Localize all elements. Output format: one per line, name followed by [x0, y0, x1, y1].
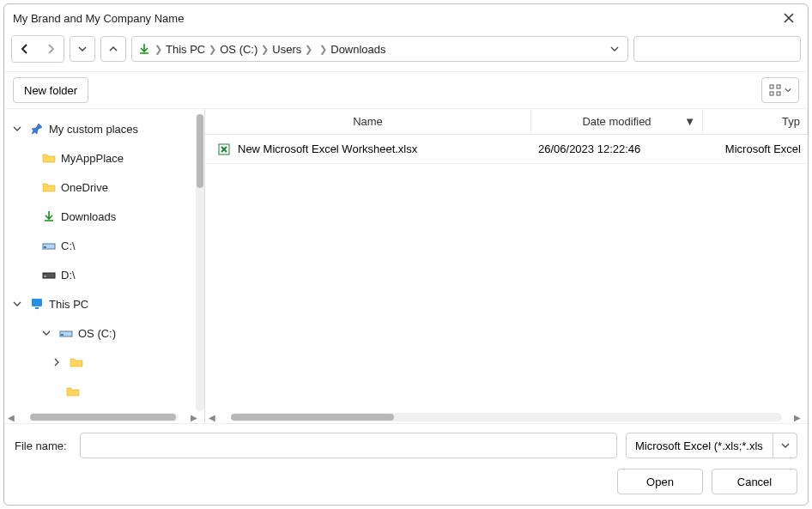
up-button[interactable]	[100, 36, 126, 62]
grid-view-icon	[769, 84, 781, 96]
expand-icon[interactable]	[52, 358, 64, 367]
svg-rect-2	[770, 92, 773, 95]
chevron-right-icon: ❯	[155, 44, 162, 55]
crumb-os-c[interactable]: OS (C:)	[220, 43, 258, 56]
button-row: Open Cancel	[15, 469, 797, 494]
svg-rect-1	[777, 85, 780, 88]
file-dialog-window: My Brand and My Company Name ❯ This PC ❯…	[3, 3, 809, 506]
scrollbar-thumb[interactable]	[30, 414, 176, 421]
file-date: 26/06/2023 12:22:46	[531, 142, 703, 155]
monitor-icon	[30, 297, 44, 311]
tree-label: MyAppPlace	[61, 152, 124, 165]
tree-label: OneDrive	[61, 181, 108, 194]
svg-rect-3	[777, 92, 780, 95]
grid-header: Name Date modified ▼ Typ	[205, 109, 808, 135]
recent-dropdown-button[interactable]	[70, 36, 95, 62]
tree-label: OS (C:)	[78, 327, 116, 340]
download-icon	[42, 209, 56, 223]
new-folder-button[interactable]: New folder	[13, 77, 88, 103]
dialog-body: My custom places MyAppPlace OneDrive Dow…	[4, 109, 808, 423]
file-type: Microsoft Excel	[703, 142, 808, 155]
cancel-button[interactable]: Cancel	[712, 469, 797, 494]
collapse-icon[interactable]	[13, 300, 25, 308]
scroll-right-icon[interactable]: ▶	[794, 413, 804, 422]
tree-node-downloads[interactable]: Downloads	[4, 202, 204, 231]
crumb-downloads[interactable]: Downloads	[330, 43, 385, 56]
tree-node-child[interactable]	[4, 348, 204, 377]
scrollbar-thumb[interactable]	[231, 414, 394, 421]
chevron-down-icon	[785, 87, 791, 94]
folder-icon	[42, 180, 56, 194]
chevron-right-icon: ❯	[209, 44, 216, 55]
chevron-right-icon: ❯	[305, 44, 312, 55]
window-title: My Brand and My Company Name	[13, 12, 184, 25]
tree-node-custom-places[interactable]: My custom places	[4, 114, 204, 143]
crumb-this-pc[interactable]: This PC	[166, 43, 205, 56]
tree-node-d-drive[interactable]: D:\	[4, 260, 204, 289]
sidebar-scrollbar-vertical[interactable]	[196, 114, 204, 411]
tree-label: Downloads	[61, 210, 116, 223]
download-icon	[137, 42, 151, 56]
titlebar: My Brand and My Company Name	[4, 4, 808, 33]
svg-rect-5	[44, 246, 46, 248]
svg-rect-7	[44, 276, 46, 277]
breadcrumb[interactable]: ❯ This PC ❯ OS (C:) ❯ Users ❯ ❯ Download…	[131, 36, 628, 62]
nav-row: ❯ This PC ❯ OS (C:) ❯ Users ❯ ❯ Download…	[4, 33, 808, 71]
tree-node-c-drive[interactable]: C:\	[4, 231, 204, 260]
file-row[interactable]: New Microsoft Excel Worksheet.xlsx 26/06…	[205, 135, 808, 164]
tree-label: D:\	[61, 269, 76, 282]
drive-icon	[59, 326, 73, 340]
scroll-left-icon[interactable]: ◀	[8, 413, 18, 422]
collapse-icon[interactable]	[13, 124, 25, 133]
scroll-left-icon[interactable]: ◀	[209, 413, 219, 422]
folder-icon	[42, 151, 56, 165]
folder-icon	[70, 355, 83, 369]
scrollbar-thumb[interactable]	[197, 114, 203, 188]
column-header-type[interactable]: Typ	[703, 109, 808, 134]
filename-row: File name: Microsoft Excel (*.xls;*.xls	[15, 433, 797, 458]
svg-rect-9	[35, 307, 39, 309]
chevron-right-icon: ❯	[261, 44, 269, 55]
drive-icon	[42, 239, 56, 252]
search-input[interactable]	[633, 36, 801, 62]
main-scrollbar-horizontal[interactable]: ◀ ▶	[205, 411, 808, 423]
drive-icon	[42, 268, 56, 282]
open-button[interactable]: Open	[617, 469, 703, 494]
tree-label: C:\	[61, 239, 76, 252]
folder-tree: My custom places MyAppPlace OneDrive Dow…	[4, 109, 204, 411]
tree-label: My custom places	[49, 123, 138, 136]
breadcrumb-dropdown[interactable]	[607, 45, 622, 53]
crumb-users[interactable]: Users	[272, 43, 301, 56]
column-header-date[interactable]: Date modified ▼	[531, 109, 703, 134]
tree-label: This PC	[49, 298, 88, 311]
filename-label: File name:	[15, 439, 71, 452]
pin-icon	[30, 122, 44, 136]
toolbar: New folder	[4, 71, 808, 109]
sort-desc-icon: ▼	[684, 115, 695, 128]
sidebar-scrollbar-horizontal[interactable]: ◀ ▶	[4, 411, 204, 423]
dialog-footer: File name: Microsoft Excel (*.xls;*.xls …	[4, 423, 808, 505]
svg-rect-0	[770, 85, 773, 88]
svg-rect-8	[32, 299, 42, 306]
tree-node-this-pc[interactable]: This PC	[4, 289, 204, 318]
nav-back-forward	[11, 35, 64, 63]
file-type-combo[interactable]: Microsoft Excel (*.xls;*.xls	[626, 433, 797, 458]
excel-file-icon	[217, 142, 231, 156]
close-button[interactable]	[777, 8, 801, 28]
folder-icon	[66, 385, 80, 398]
chevron-down-icon[interactable]	[773, 433, 797, 457]
collapse-icon[interactable]	[42, 329, 54, 337]
tree-node-os-c[interactable]: OS (C:)	[4, 318, 204, 348]
view-mode-button[interactable]	[761, 77, 799, 103]
tree-node-onedrive[interactable]: OneDrive	[4, 173, 204, 202]
grid-body: New Microsoft Excel Worksheet.xlsx 26/06…	[205, 135, 808, 423]
tree-node-myappplace[interactable]: MyAppPlace	[4, 143, 204, 173]
forward-button[interactable]	[38, 36, 64, 62]
back-button[interactable]	[12, 36, 38, 62]
column-header-name[interactable]: Name	[205, 109, 531, 134]
sidebar: My custom places MyAppPlace OneDrive Dow…	[4, 109, 205, 423]
file-list: Name Date modified ▼ Typ New Microsoft E…	[205, 109, 808, 423]
scroll-right-icon[interactable]: ▶	[191, 413, 201, 422]
filename-input[interactable]	[80, 433, 617, 458]
tree-node-child[interactable]	[4, 377, 204, 406]
